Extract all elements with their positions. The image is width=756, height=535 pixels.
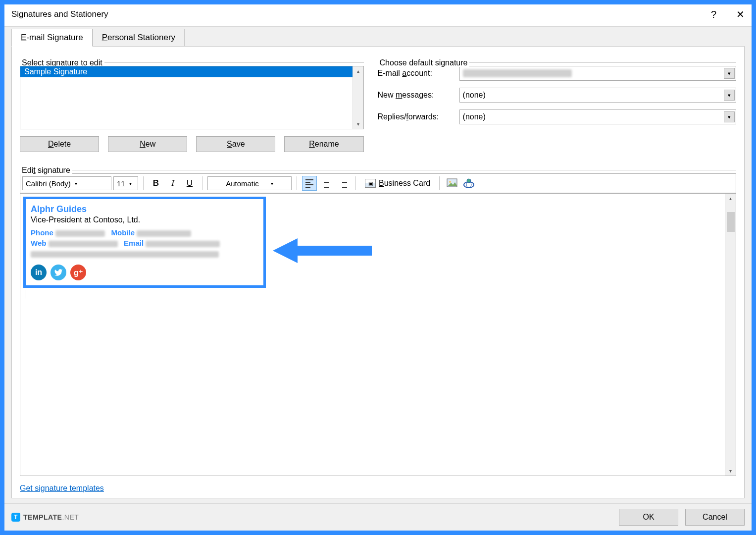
bold-button[interactable]: B [149,176,163,191]
chevron-down-icon: ▾ [724,90,735,101]
signature-list[interactable]: Sample Signature ▴ ▾ [20,66,364,129]
font-size-dropdown[interactable]: 11▾ [113,176,138,190]
chevron-down-icon: ▾ [129,181,132,186]
replies-forwards-value: (none) [463,112,486,121]
editor-toolbar: Calibri (Body)▾ 11▾ B I U Automatic▾ [20,173,736,193]
close-icon[interactable]: ✕ [736,8,745,20]
cancel-button[interactable]: Cancel [685,509,745,526]
linkedin-icon[interactable]: in [31,265,47,280]
chevron-down-icon: ▾ [271,181,273,186]
dialog-title: Signatures and Stationery [11,9,108,19]
edit-signature-group: Edit signature [20,161,736,170]
default-signature-label: Choose default signature [378,58,470,67]
get-templates-link[interactable]: Get signature templates [20,484,736,493]
svg-point-4 [467,179,471,183]
insert-hyperlink-button[interactable] [461,176,476,191]
business-card-button[interactable]: ▣ Business Card [361,176,434,191]
chevron-down-icon: ▾ [724,68,735,79]
signature-name: Alphr Guides [31,204,257,214]
tab-strip: E-mail Signature Personal Stationery [11,29,745,47]
scroll-down-icon[interactable]: ▾ [357,121,359,127]
default-signature-group: Choose default signature E-mail account:… [378,54,736,124]
save-button[interactable]: Save [196,136,275,152]
dialog-footer: T TEMPLATE.NET OK Cancel [4,503,752,531]
social-icons-row: in g⁺ [31,265,257,280]
signature-job-title: Vice-President at Contoso, Ltd. [31,215,257,224]
ok-button[interactable]: OK [619,509,678,526]
align-center-button[interactable] [319,176,334,191]
tab-personal-stationery[interactable]: Personal Stationery [93,29,185,47]
business-card-icon: ▣ [365,179,376,188]
chevron-down-icon: ▾ [75,181,77,186]
align-left-button[interactable] [302,176,317,191]
italic-button[interactable]: I [165,176,180,191]
list-scrollbar[interactable]: ▴ ▾ [353,66,363,129]
template-logo-icon: T [11,513,20,522]
signature-editor[interactable]: Alphr Guides Vice-President at Contoso, … [20,193,736,476]
scroll-up-icon[interactable]: ▴ [729,196,732,201]
signature-preview-highlight: Alphr Guides Vice-President at Contoso, … [23,197,266,288]
edit-signature-label: Edit signature [20,166,72,174]
new-messages-value: (none) [463,91,486,100]
dialog-body: E-mail Signature Personal Stationery Sel… [4,26,752,503]
email-account-label: E-mail account: [378,69,459,78]
help-icon[interactable]: ? [711,9,716,20]
chevron-down-icon: ▾ [724,111,735,122]
editor-scrollbar[interactable]: ▴ ▾ [725,194,736,476]
insert-picture-button[interactable] [445,176,459,191]
font-color-dropdown[interactable]: Automatic▾ [207,176,292,190]
replies-forwards-dropdown[interactable]: (none) ▾ [459,109,736,124]
svg-point-1 [449,181,451,183]
tab-email-signature[interactable]: E-mail Signature [11,29,93,47]
signature-list-item[interactable]: Sample Signature [20,66,363,77]
font-family-dropdown[interactable]: Calibri (Body)▾ [22,176,111,190]
tab-content: Select signature to edit Sample Signatur… [11,46,745,498]
select-signature-group: Select signature to edit Sample Signatur… [20,54,364,152]
new-button[interactable]: New [108,136,187,152]
rename-button[interactable]: Rename [284,136,363,152]
delete-button[interactable]: Delete [20,136,99,152]
email-account-value [463,69,572,77]
signature-contact-row: Phone Mobile [31,228,257,237]
replies-forwards-label: Replies/forwards: [378,112,459,121]
titlebar: Signatures and Stationery ? ✕ [4,4,752,26]
svg-marker-5 [273,238,372,263]
align-right-button[interactable] [336,176,351,191]
signature-web-row: Web Email [31,239,257,247]
dialog-window: Signatures and Stationery ? ✕ E-mail Sig… [4,4,752,531]
signature-address-row [31,249,257,258]
scrollbar-thumb[interactable] [727,212,735,232]
new-messages-label: New messages: [378,91,459,100]
scroll-up-icon[interactable]: ▴ [357,68,359,74]
annotation-arrow [273,236,377,266]
new-messages-dropdown[interactable]: (none) ▾ [459,88,736,103]
underline-button[interactable]: U [182,176,197,191]
twitter-icon[interactable] [50,265,66,280]
text-cursor [26,290,26,299]
scroll-down-icon[interactable]: ▾ [729,468,732,474]
email-account-dropdown[interactable]: ▾ [459,66,736,81]
googleplus-icon[interactable]: g⁺ [70,265,86,280]
footer-brand: T TEMPLATE.NET [11,513,79,522]
